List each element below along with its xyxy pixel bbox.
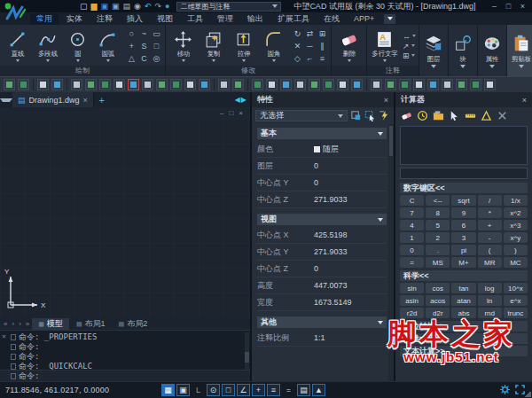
command-input-line[interactable]: 命令: xyxy=(0,370,250,381)
measure-distance-icon[interactable] xyxy=(464,110,476,122)
toolbar-icon[interactable] xyxy=(71,79,82,90)
block-button[interactable]: 块 xyxy=(449,25,478,76)
stretch-button[interactable]: 拉伸 xyxy=(229,30,258,62)
toolbar-icon[interactable] xyxy=(427,79,439,90)
numpad-key[interactable]: 1/x xyxy=(504,195,528,206)
mirror-icon[interactable]: ⇄ xyxy=(304,27,316,39)
clear-icon[interactable] xyxy=(400,110,412,122)
numpad-key[interactable]: 8 xyxy=(426,207,450,218)
numpad-key[interactable]: 2 xyxy=(426,232,450,243)
ribbon-tab-8[interactable]: 输出 xyxy=(241,13,270,25)
numpad-key[interactable]: x^3 xyxy=(504,220,528,230)
numpad-key[interactable]: ) xyxy=(504,245,528,255)
toolbar-icon[interactable] xyxy=(266,79,278,90)
scientific-key[interactable]: e^x xyxy=(504,295,528,306)
ribbon-tab-4[interactable]: 插入 xyxy=(121,13,149,25)
toolbar-icon[interactable] xyxy=(4,79,15,90)
property-row[interactable]: 图层0 xyxy=(257,158,387,175)
scientific-key[interactable]: asin xyxy=(400,295,424,306)
workspace-selector[interactable]: 二维草图与注释 xyxy=(176,2,281,12)
polar-toggle[interactable]: ⊙ xyxy=(207,384,220,396)
resize-grip[interactable] xyxy=(525,391,531,397)
numpad-key[interactable]: MR xyxy=(478,257,502,268)
property-row[interactable]: 中心点 Y271.9033 xyxy=(257,244,387,261)
scientific-key[interactable]: sin xyxy=(400,283,424,293)
property-row[interactable]: 注释比例1:1 xyxy=(257,330,387,347)
minimize-button[interactable]: – xyxy=(489,1,500,12)
toolbar-icon[interactable] xyxy=(294,79,306,90)
toolbar-icon[interactable] xyxy=(323,79,334,90)
hatch-icon[interactable]: △ xyxy=(126,52,137,64)
layout-tab-3[interactable]: ▤布局2 xyxy=(113,318,154,330)
dimension-icon[interactable]: ↔ xyxy=(403,32,416,41)
toolbar-icon[interactable] xyxy=(51,79,63,90)
tab-close-icon[interactable]: × xyxy=(83,96,88,105)
model-toggle[interactable]: ▤ xyxy=(297,384,310,396)
offset-icon[interactable]: ∥ xyxy=(317,40,328,51)
measure-angle-icon[interactable] xyxy=(480,110,492,122)
maximize-button[interactable]: □ xyxy=(503,1,514,12)
layout-nav-icon[interactable]: ‹ xyxy=(10,320,16,328)
numpad-key[interactable]: 0 xyxy=(400,245,424,255)
model-space-canvas[interactable]: X Y xyxy=(0,119,250,317)
toolbar-icon[interactable] xyxy=(113,79,125,90)
toolbar-icon[interactable] xyxy=(85,79,97,90)
spline-icon[interactable]: ~ xyxy=(138,27,150,39)
layout-nav-icon[interactable]: « xyxy=(2,320,9,328)
toolbar-icon[interactable] xyxy=(232,79,244,90)
section-header[interactable]: 基本 xyxy=(257,128,387,139)
toolbar-icon[interactable] xyxy=(413,79,425,90)
ribbon-tab-6[interactable]: 工具 xyxy=(181,13,209,25)
select-objects-icon[interactable] xyxy=(364,110,376,121)
trim-icon[interactable]: ✕ xyxy=(292,40,303,51)
numpad-key[interactable]: + xyxy=(478,220,502,230)
numpad-key[interactable]: 7 xyxy=(400,207,424,218)
scientific-key[interactable]: ln xyxy=(478,295,502,306)
gear-icon[interactable] xyxy=(500,382,510,398)
numpad-key[interactable]: . xyxy=(426,245,450,255)
numpad-key[interactable]: <-- xyxy=(426,195,450,206)
move-button[interactable]: 移动 xyxy=(168,30,198,62)
toolbar-icon[interactable] xyxy=(37,79,49,90)
toolbar-icon[interactable] xyxy=(442,79,453,90)
ribbon-tab-5[interactable]: 视图 xyxy=(151,13,179,25)
online-icon[interactable]: ● xyxy=(165,2,169,11)
eraser-button[interactable]: 删除 xyxy=(334,30,364,62)
layout-tab-2[interactable]: ▤布局1 xyxy=(70,318,112,330)
numpad-key[interactable]: * xyxy=(478,207,502,218)
toolbar-icon[interactable] xyxy=(351,79,363,90)
osnap-toggle[interactable]: □ xyxy=(222,384,235,396)
scientific-key[interactable]: atan xyxy=(451,295,475,306)
history-icon[interactable] xyxy=(416,110,428,122)
delete-icon[interactable] xyxy=(496,110,508,122)
circle-button[interactable]: 圆 xyxy=(63,30,92,62)
numpad-section-header[interactable]: 数字键区<< xyxy=(400,183,528,193)
ribbon-tab-2[interactable]: 实体 xyxy=(60,13,89,25)
save-icon[interactable]: ▣ xyxy=(100,2,108,11)
scientific-key[interactable]: trunc xyxy=(504,308,528,318)
numpad-key[interactable]: MC xyxy=(504,257,528,268)
section-header[interactable]: 其他 xyxy=(257,316,387,328)
toolbar-icon[interactable] xyxy=(484,79,496,90)
toolbar-icon[interactable] xyxy=(99,79,111,90)
toolbar-icon[interactable] xyxy=(156,79,168,90)
calculator-close-icon[interactable]: × xyxy=(522,96,527,105)
tab-scroll-arrows[interactable]: ◀▶ xyxy=(235,96,250,104)
copy-button[interactable]: 复制 xyxy=(199,30,228,62)
toolbar-icon[interactable] xyxy=(184,79,196,90)
numpad-key[interactable]: M+ xyxy=(451,257,475,268)
ellipse-icon[interactable]: ○ xyxy=(126,27,137,39)
section-header[interactable]: 视图 xyxy=(257,214,387,225)
numpad-key[interactable]: pi xyxy=(451,245,475,255)
snap-toggle[interactable]: ▣ xyxy=(176,384,190,396)
ribbon-tab-9[interactable]: 扩展工具 xyxy=(271,13,316,25)
properties-close-icon[interactable]: × xyxy=(384,96,388,105)
explode-icon[interactable]: ⌐ xyxy=(304,52,316,64)
selection-filter-dropdown[interactable]: 无选择 xyxy=(255,110,348,121)
numpad-key[interactable]: sqrt xyxy=(451,195,475,206)
property-row[interactable]: 宽度1673.5149 xyxy=(257,294,387,311)
numpad-key[interactable]: C xyxy=(400,195,424,206)
toolbar-icon[interactable] xyxy=(280,79,292,90)
undo-icon[interactable]: ↶ xyxy=(145,2,152,11)
scientific-key[interactable]: cos xyxy=(426,283,450,293)
